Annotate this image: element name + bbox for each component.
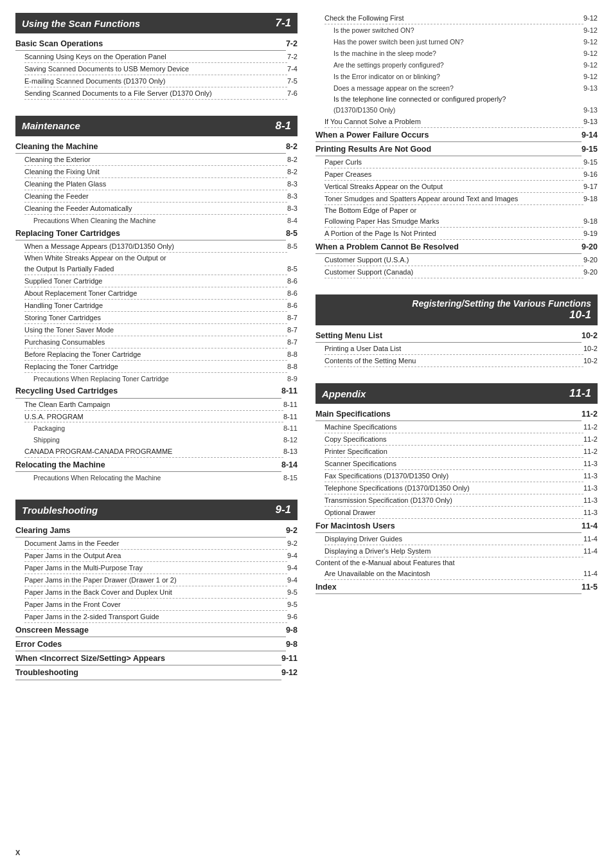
toc-page: 8-3 (287, 204, 298, 214)
toc-page: 9-18 (583, 194, 598, 204)
toc-label: The Clean Earth Campaign (24, 400, 283, 411)
troubleshooting-header: Troubleshooting 9-1 (15, 500, 298, 520)
toc-page: 8-6 (287, 276, 298, 287)
toc-page: 9-12 (583, 14, 598, 24)
toc-label: Index (315, 581, 582, 594)
toc-entry: Displaying a Driver's Help System 11-4 (315, 546, 598, 558)
toc-entry: Cleaning the Exterior 8-2 (15, 154, 298, 167)
toc-entry: Printer Specification 11-2 (315, 446, 598, 458)
left-column: Using the Scan Functions 7-1 Basic Scan … (15, 13, 298, 696)
toc-page: 9-4 (287, 551, 298, 561)
toc-page: 10-2 (583, 344, 598, 354)
toc-page: 9-8 (286, 624, 298, 636)
maintenance-entries: Cleaning the Machine 8-2 Cleaning the Ex… (15, 140, 298, 484)
toc-entry: Are Unavailable on the Macintosh 11-4 (315, 568, 598, 581)
toc-label: Scanning Using Keys on the Operation Pan… (24, 52, 287, 63)
registering-entries: Setting Menu List 10-2 Printing a User D… (315, 329, 598, 368)
scan-header: Using the Scan Functions 7-1 (15, 13, 298, 33)
toc-page: 11-3 (583, 471, 598, 482)
toc-entry: Machine Specifications 11-2 (315, 422, 598, 434)
toc-page: 8-5 (286, 228, 298, 239)
page-footer: X (15, 849, 20, 856)
toc-entry: Paper Jams in the Paper Drawer (Drawer 1… (15, 575, 298, 587)
toc-page: 7-5 (287, 77, 298, 87)
toc-label: If You Cannot Solve a Problem (324, 117, 583, 128)
toc-entry: (D1370/D1350 Only) 9-13 (315, 105, 598, 116)
toc-label: Replacing the Toner Cartridge (24, 362, 287, 373)
toc-entry: A Portion of the Page Is Not Printed 9-1… (315, 228, 598, 240)
toc-label: Paper Jams in the 2-sided Transport Guid… (24, 612, 287, 623)
maintenance-section: Maintenance 8-1 Cleaning the Machine 8-2… (15, 116, 298, 491)
toc-label: Scanner Specifications (324, 459, 583, 470)
toc-page: 8-13 (283, 447, 298, 457)
toc-label: CANADA PROGRAM-CANADA PROGRAMME (24, 447, 283, 458)
toc-page: 11-3 (583, 508, 598, 518)
toc-entry: Sending Scanned Documents to a File Serv… (15, 88, 298, 100)
toc-entry: Telephone Specifications (D1370/D1350 On… (315, 483, 598, 495)
toc-label: For Macintosh Users (315, 520, 582, 533)
toc-label: Check the Following First (324, 14, 583, 24)
toc-label: Fax Specifications (D1370/D1350 Only) (324, 471, 583, 482)
toc-entry: Saving Scanned Documents to USB Memory D… (15, 64, 298, 76)
scan-num: 7-1 (275, 17, 291, 30)
toc-label: Paper Jams in the Multi-Purpose Tray (24, 563, 287, 574)
toc-label: Before Replacing the Toner Cartridge (24, 350, 287, 361)
toc-entry: Error Codes 9-8 (15, 638, 298, 652)
toc-page: 9-12 (583, 60, 598, 71)
toc-label: Precautions When Relocating the Machine (33, 473, 283, 483)
toc-label: Paper Jams in the Front Cover (24, 600, 287, 611)
toc-label: Document Jams in the Feeder (24, 539, 287, 550)
toc-label: When <Incorrect Size/Setting> Appears (15, 653, 281, 665)
toc-entry: Using the Toner Saver Mode 8-7 (15, 325, 298, 337)
toc-label: A Portion of the Page Is Not Printed (324, 229, 583, 240)
toc-label: Transmission Specification (D1370 Only) (324, 496, 583, 507)
toc-page: 11-2 (582, 408, 598, 420)
toc-label: Displaying Driver Guides (324, 534, 583, 545)
toc-page: 9-15 (582, 143, 598, 155)
toc-label: When a Message Appears (D1370/D1350 Only… (24, 242, 287, 253)
maintenance-header: Maintenance 8-1 (15, 116, 298, 136)
toc-label: Supplied Toner Cartridge (24, 276, 287, 287)
toc-label: Vertical Streaks Appear on the Output (324, 182, 583, 193)
toc-label: U.S.A. PROGRAM (24, 412, 283, 423)
toc-page: 8-2 (287, 155, 298, 165)
footer-label: X (15, 849, 20, 856)
toc-label: Onscreen Message (15, 624, 286, 637)
toc-page: 7-6 (287, 89, 298, 99)
toc-page: 11-3 (583, 459, 598, 469)
toc-entry: Displaying Driver Guides 11-4 (315, 534, 598, 546)
toc-entry: Storing Toner Cartridges 8-7 (15, 312, 298, 325)
toc-label: Cleaning the Fixing Unit (24, 167, 287, 178)
toc-entry: Customer Support (U.S.A.) 9-20 (315, 255, 598, 267)
toc-page: 9-6 (287, 612, 298, 622)
toc-label: Toner Smudges and Spatters Appear around… (324, 194, 583, 205)
toc-page: 11-5 (582, 581, 598, 593)
toc-label: Are Unavailable on the Macintosh (324, 569, 583, 580)
toc-entry: Before Replacing the Toner Cartridge 8-8 (15, 349, 298, 361)
toc-label: Cleaning the Platen Glass (24, 179, 287, 190)
toc-entry: Paper Creases 9-16 (315, 169, 598, 181)
toc-page: 11-3 (583, 496, 598, 506)
scan-section: Using the Scan Functions 7-1 Basic Scan … (15, 13, 298, 107)
troubleshooting-title: Troubleshooting (22, 505, 98, 516)
toc-page: 9-2 (287, 539, 298, 549)
toc-entry: Cleaning the Fixing Unit 8-2 (15, 167, 298, 179)
toc-page: 9-20 (582, 241, 598, 253)
toc-label: Cleaning the Feeder (24, 192, 287, 203)
toc-entry-recycling: Recycling Used Cartridges 8-11 (15, 384, 298, 399)
toc-label: Storing Toner Cartridges (24, 313, 287, 324)
toc-page: 9-5 (287, 588, 298, 598)
toc-entry: Copy Specifications 11-2 (315, 434, 598, 446)
toc-page: 9-14 (582, 129, 598, 141)
toc-entry: Packaging 8-11 (15, 423, 298, 435)
appendix-title: Appendix (322, 388, 366, 399)
toc-entry: When a Message Appears (D1370/D1350 Only… (15, 241, 298, 253)
toc-entry: Customer Support (Canada) 9-20 (315, 267, 598, 279)
toc-entry: U.S.A. PROGRAM 8-11 (15, 411, 298, 424)
toc-entry: CANADA PROGRAM-CANADA PROGRAMME 8-13 (15, 446, 298, 458)
toc-page: 9-13 (583, 117, 598, 127)
toc-label: Setting Menu List (315, 330, 582, 343)
toc-entry: Purchasing Consumables 8-7 (15, 337, 298, 349)
toc-label: About Replacement Toner Cartridge (24, 289, 287, 300)
toc-entry: Contents of the Setting Menu 10-2 (315, 356, 598, 368)
